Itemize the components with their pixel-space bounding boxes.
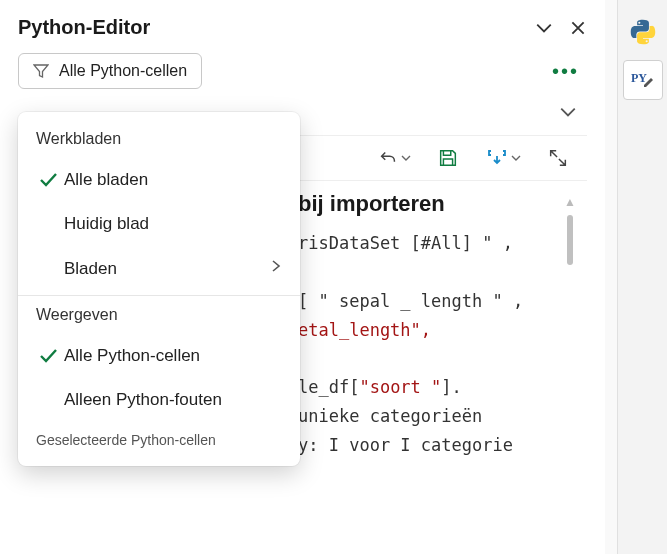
- dropdown-divider: [18, 295, 300, 296]
- more-options-button[interactable]: •••: [544, 56, 587, 87]
- filter-row: Alle Python-cellen •••: [18, 53, 587, 89]
- save-icon: [437, 147, 459, 169]
- code-line: etal_length",: [298, 316, 587, 345]
- right-sidebar: PY: [617, 0, 667, 554]
- python-editor-panel: Python-Editor Alle Python-cellen •••: [0, 0, 605, 554]
- chevron-down-icon: [511, 153, 521, 163]
- code-line: [298, 258, 587, 287]
- filter-label: Alle Python-cellen: [59, 62, 187, 80]
- py-edit-icon: PY: [630, 69, 656, 91]
- dropdown-section-header: Werkbladen: [18, 124, 300, 158]
- filter-dropdown: Werkbladen Alle bladen Huidig blad Blade…: [18, 112, 300, 466]
- py-edit-button[interactable]: PY: [623, 60, 663, 100]
- code-line: [ " sepal _ length " ,: [298, 287, 587, 316]
- code-line: [298, 345, 587, 374]
- code-line: y: I voor I categorie: [298, 431, 587, 460]
- funnel-icon: [33, 63, 49, 79]
- dropdown-item-sheets[interactable]: Bladen: [18, 246, 300, 291]
- panel-header: Python-Editor: [18, 16, 587, 39]
- check-icon: [32, 170, 64, 190]
- python-logo-button[interactable]: [623, 12, 663, 52]
- chevron-right-icon: [270, 258, 282, 279]
- python-icon: [629, 18, 657, 46]
- dropdown-item-all-sheets[interactable]: Alle bladen: [18, 158, 300, 202]
- expand-icon: [547, 147, 569, 169]
- svg-text:PY: PY: [631, 71, 647, 85]
- scrollbar-thumb[interactable]: [567, 215, 573, 265]
- filter-button[interactable]: Alle Python-cellen: [18, 53, 202, 89]
- chevron-down-icon[interactable]: [559, 103, 577, 121]
- chevron-down-icon: [401, 153, 411, 163]
- insert-output-button[interactable]: [485, 146, 521, 170]
- dropdown-item-python-errors[interactable]: Alleen Python-fouten: [18, 378, 300, 422]
- code-line: risDataSet [#All] " ,: [298, 229, 587, 258]
- code-line: unieke categorieën: [298, 402, 587, 431]
- code-line: le_df["soort "].: [298, 373, 587, 402]
- dropdown-footer: Geselecteerde Python-cellen: [18, 422, 300, 456]
- collapse-chevron-icon[interactable]: [535, 19, 553, 37]
- dropdown-item-current-sheet[interactable]: Huidig blad: [18, 202, 300, 246]
- panel-title: Python-Editor: [18, 16, 150, 39]
- dropdown-item-all-python-cells[interactable]: Alle Python-cellen: [18, 334, 300, 378]
- expand-button[interactable]: [547, 147, 569, 169]
- close-icon[interactable]: [569, 19, 587, 37]
- brackets-down-icon: [485, 146, 509, 170]
- panel-header-actions: [535, 19, 587, 37]
- scroll-up-arrow[interactable]: ▲: [564, 195, 576, 209]
- undo-button[interactable]: [377, 147, 411, 169]
- save-button[interactable]: [437, 147, 459, 169]
- check-icon: [32, 346, 64, 366]
- undo-icon: [377, 147, 399, 169]
- dropdown-section-header: Weergeven: [18, 300, 300, 334]
